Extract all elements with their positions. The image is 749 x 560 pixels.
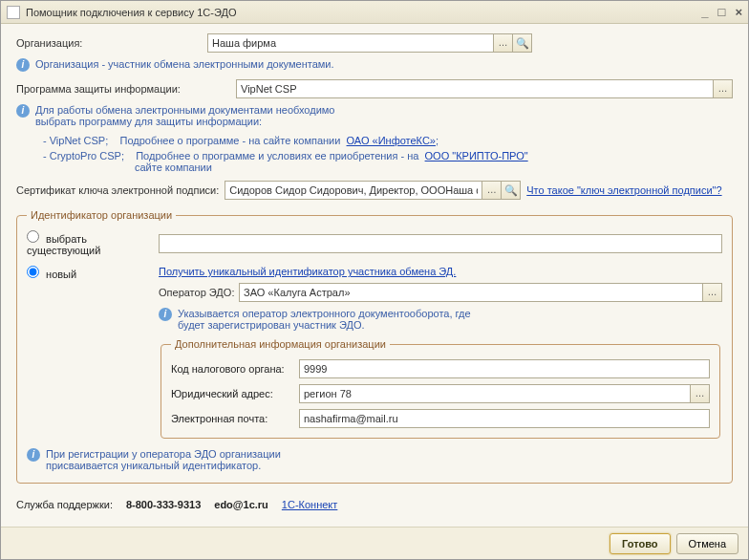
connect-link[interactable]: 1С-Коннект	[282, 499, 338, 510]
crypto-select-button[interactable]: …	[714, 79, 733, 98]
info-icon: i	[16, 58, 30, 72]
radio-existing-row[interactable]: выбрать существующий	[27, 230, 151, 256]
operator-hint: Указывается оператор электронного докуме…	[178, 308, 471, 331]
email-label: Электронная почта:	[171, 413, 295, 424]
organization-hint: Организация - участник обмена электронны…	[35, 58, 334, 70]
minimize-button[interactable]: _	[701, 5, 708, 19]
connection-helper-window: Помощник подключения к сервису 1С-ЭДО _ …	[0, 0, 749, 560]
support-line: Служба поддержки: 8-800-333-9313 edo@1c.…	[16, 493, 733, 510]
certificate-label: Сертификат ключа электронной подписи:	[16, 184, 219, 196]
info-icon: i	[16, 104, 30, 118]
identifier-legend: Идентификатор организации	[27, 209, 176, 221]
radio-new[interactable]	[27, 266, 39, 278]
registration-hint: При регистрации у оператора ЭДО организа…	[46, 448, 281, 471]
radio-new-row[interactable]: новый	[27, 266, 151, 280]
cryptopro-link[interactable]: ООО "КРИПТО-ПРО"	[425, 150, 528, 162]
support-label: Служба поддержки:	[16, 499, 113, 510]
maximize-button[interactable]: □	[718, 5, 726, 19]
legal-address-label: Юридический адрес:	[171, 388, 295, 399]
organization-label: Организация:	[16, 37, 207, 49]
organization-input[interactable]	[207, 33, 494, 53]
identifier-group: Идентификатор организации выбрать сущест…	[16, 209, 733, 484]
titlebar: Помощник подключения к сервису 1С-ЭДО _ …	[1, 1, 748, 24]
additional-info-group: Дополнительная информация организации Ко…	[160, 338, 720, 439]
tax-code-input[interactable]	[299, 359, 710, 378]
done-button[interactable]: Готово	[610, 533, 670, 554]
crypto-hint: Для работы обмена электронными документа…	[35, 104, 334, 127]
infotecs-link[interactable]: ОАО «ИнфотеКС»	[347, 135, 436, 146]
tax-code-label: Код налогового органа:	[171, 363, 295, 375]
radio-existing[interactable]	[27, 230, 39, 243]
certificate-help-link[interactable]: Что такое "ключ электронной подписи"?	[526, 184, 721, 196]
legal-address-select-button[interactable]: …	[691, 384, 710, 403]
operator-label: Оператор ЭДО:	[159, 287, 235, 298]
cancel-button[interactable]: Отмена	[676, 533, 738, 554]
certificate-input[interactable]	[225, 181, 482, 200]
organization-search-button[interactable]: 🔍	[513, 33, 532, 53]
window-title: Помощник подключения к сервису 1С-ЭДО	[26, 7, 701, 18]
info-icon: i	[159, 308, 172, 321]
certificate-select-button[interactable]: …	[482, 181, 502, 200]
organization-select-button[interactable]: …	[494, 33, 513, 53]
organization-field-wrap: … 🔍	[207, 33, 532, 53]
email-input[interactable]	[299, 409, 710, 428]
get-id-link[interactable]: Получить уникальный идентификатор участн…	[159, 266, 456, 277]
operator-select-button[interactable]: …	[703, 283, 722, 302]
additional-info-legend: Дополнительная информация организации	[171, 338, 390, 350]
support-email: edo@1c.ru	[214, 499, 268, 510]
operator-input[interactable]	[239, 283, 703, 302]
bottom-bar: Готово Отмена	[1, 527, 748, 559]
info-icon: i	[27, 448, 40, 462]
existing-id-input[interactable]	[159, 234, 722, 253]
certificate-search-button[interactable]: 🔍	[502, 181, 521, 200]
cryptopro-line: - CryptoPro CSP; Подробнее о программе и…	[43, 150, 733, 173]
crypto-label: Программа защиты информации:	[16, 83, 236, 95]
legal-address-input[interactable]	[299, 384, 691, 403]
crypto-input[interactable]	[236, 79, 714, 98]
document-icon	[7, 6, 20, 19]
support-phone: 8-800-333-9313	[126, 499, 201, 510]
close-button[interactable]: ×	[735, 5, 742, 19]
vipnet-line: - VipNet CSP; Подробнее о программе - на…	[43, 135, 733, 146]
content-area: Организация: … 🔍 i Организация - участни…	[1, 24, 748, 527]
